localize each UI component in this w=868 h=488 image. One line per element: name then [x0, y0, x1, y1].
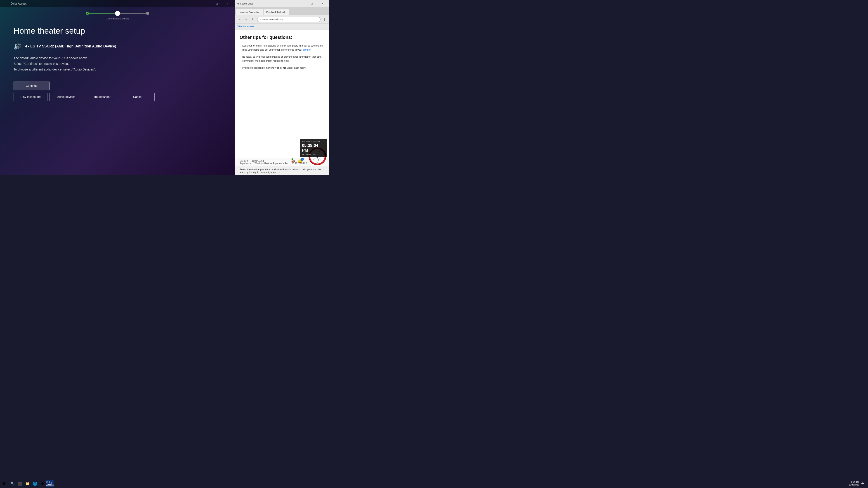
tab-2-label: PassMark Android... — [266, 11, 286, 13]
browser-maximize[interactable]: □ — [307, 0, 317, 7]
audio-devices-button[interactable]: Audio devices — [49, 93, 83, 101]
bookmark-bar: Other bookmarks — [235, 24, 329, 30]
clock-time: 05:38:04 PM — [302, 143, 326, 153]
dolby-title-left: ← Dolby Access — [3, 0, 27, 7]
browser-titlebar: Microsoft Edge ─ □ ✕ — [235, 0, 329, 7]
tip-2: Be ready to try proposed solutions or pr… — [240, 55, 324, 63]
browser-minimize[interactable]: ─ — [296, 0, 307, 7]
browser-title: Microsoft Edge — [237, 2, 253, 5]
dolby-content: Home theater setup 🔊 4 - LG TV SSCR2 (AM… — [0, 22, 235, 175]
progress-track: ✓ — [86, 11, 149, 16]
browser-tabs: Universal Combat –... PassMark Android..… — [235, 7, 329, 15]
dolby-window: ← Dolby Access ─ □ ✕ ✓ Confirm audio dev… — [0, 0, 235, 175]
secondary-btn-row: Play test sound Audio devices Troublesho… — [13, 93, 221, 101]
close-button[interactable]: ✕ — [222, 0, 232, 7]
browser-tab-1[interactable]: Universal Combat –... — [236, 9, 263, 15]
cancel-button[interactable]: Cancel — [121, 93, 155, 101]
device-name: 4 - LG TV SSCR2 (AMD High Definition Aud… — [25, 44, 116, 48]
back-nav-button[interactable]: ← — [237, 17, 242, 22]
device-row: 🔊 4 - LG TV SSCR2 (AMD High Definition A… — [13, 42, 221, 50]
clock-date: Fri, 30 Dec, 2022 — [302, 153, 326, 156]
troubleshoot-button[interactable]: Troubleshoot — [85, 93, 119, 101]
continue-button[interactable]: Continue — [13, 82, 50, 90]
browser-controls: ─ □ ✕ — [296, 0, 327, 7]
dolby-title-text: Dolby Access — [10, 2, 27, 5]
clock-city: Salt Lake City, Utah — [302, 140, 326, 143]
forward-nav-button[interactable]: → — [244, 17, 249, 22]
maximize-button[interactable]: □ — [212, 0, 222, 7]
tab-1-label: Universal Combat –... — [239, 11, 260, 13]
notification-area: 🦆 🔔 1 — [290, 158, 303, 164]
experience-label: Experience — [240, 162, 251, 165]
step-3-dot — [146, 12, 149, 15]
other-bookmarks-link[interactable]: Other bookmarks — [237, 25, 254, 28]
emoji-icon[interactable]: 🦆 — [290, 158, 296, 164]
browser-close[interactable]: ✕ — [317, 0, 327, 7]
progress-container: ✓ Confirm audio device — [0, 7, 235, 22]
progress-line-2 — [120, 13, 146, 13]
os-build-label: OS build — [240, 160, 248, 162]
os-build-value: 19044.2364 — [252, 160, 264, 162]
badge-count: 1 — [301, 158, 304, 161]
progress-label: Confirm audio device — [106, 17, 129, 20]
dolby-titlebar: ← Dolby Access ─ □ ✕ — [0, 0, 235, 7]
desc-line-2: Select "Continue" to enable this device. — [13, 61, 221, 67]
step-2-dot — [115, 11, 120, 16]
primary-btn-row: Continue — [13, 82, 221, 90]
tip-3: Provide feedback by marking Yes or No un… — [240, 66, 324, 70]
clock-widget: Salt Lake City, Utah 05:38:04 PM Fri, 30… — [300, 139, 327, 157]
back-button[interactable]: ← — [3, 0, 8, 7]
titlebar-controls: ─ □ ✕ — [201, 0, 232, 7]
minimize-button[interactable]: ─ — [201, 0, 212, 7]
refresh-button[interactable]: ↻ — [250, 17, 256, 22]
profile-link[interactable]: profile — [303, 48, 310, 51]
browser-toolbar: ← → ↻ ⋮ — [235, 15, 329, 24]
progress-line-1 — [89, 13, 115, 13]
speaker-icon: 🔊 — [13, 42, 22, 50]
tip-1: Look out for email notifications or chec… — [240, 44, 324, 52]
description: The default audio device for your PC is … — [13, 55, 221, 72]
settings-button[interactable]: ⋮ — [322, 17, 327, 22]
desc-line-1: The default audio device for your PC is … — [13, 55, 221, 61]
desc-line-3: To choose a different audio device, sele… — [13, 67, 221, 72]
tips-title: Other tips for questions: — [240, 34, 324, 40]
post-prompt: Select the most appropriate product and … — [235, 166, 329, 175]
browser-tab-2[interactable]: PassMark Android... — [264, 9, 289, 15]
address-bar[interactable] — [257, 17, 320, 22]
step-1-dot: ✓ — [86, 12, 89, 15]
tips-list: Look out for email notifications or chec… — [240, 44, 324, 70]
tip-1-end: ). — [310, 48, 311, 51]
main-title: Home theater setup — [13, 26, 221, 36]
play-test-sound-button[interactable]: Play test sound — [13, 93, 48, 101]
browser-panel: Microsoft Edge ─ □ ✕ Universal Combat –.… — [235, 0, 329, 175]
notification-badge[interactable]: 🔔 1 — [297, 158, 303, 164]
svg-text:Salt Lake City: Salt Lake City — [314, 158, 321, 160]
